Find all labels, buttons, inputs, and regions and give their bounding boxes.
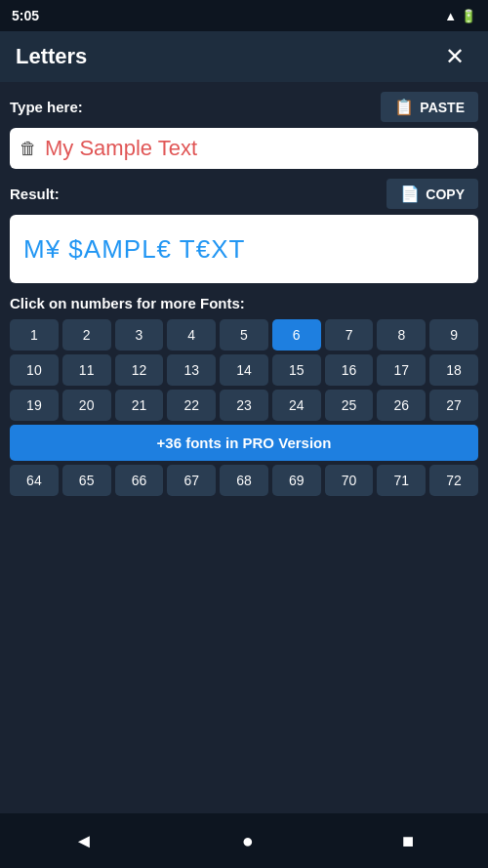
font-num-btn-17[interactable]: 17: [377, 354, 426, 386]
status-bar: 5:05 ▲ 🔋: [0, 0, 488, 31]
pro-banner[interactable]: +36 fonts in PRO Version: [10, 425, 478, 461]
font-num-btn-22[interactable]: 22: [167, 390, 216, 421]
font-num-btn-65[interactable]: 65: [62, 465, 111, 496]
text-input[interactable]: [45, 136, 468, 161]
font-num-btn-11[interactable]: 11: [62, 354, 111, 386]
font-num-btn-69[interactable]: 69: [272, 465, 321, 496]
close-button[interactable]: ✕: [437, 39, 472, 74]
font-num-btn-23[interactable]: 23: [220, 390, 268, 421]
font-row-3: 192021222324252627: [10, 390, 478, 421]
result-label: Result:: [10, 186, 60, 202]
font-num-btn-7[interactable]: 7: [325, 319, 374, 351]
font-num-btn-18[interactable]: 18: [429, 354, 478, 386]
font-num-btn-67[interactable]: 67: [167, 465, 216, 496]
type-section-header: Type here: 📋 PASTE: [10, 92, 478, 122]
font-num-btn-25[interactable]: 25: [325, 390, 374, 421]
font-num-btn-66[interactable]: 66: [115, 465, 164, 496]
result-box: M¥ $AMPL€ T€XT: [10, 215, 478, 283]
nav-bar: [0, 813, 488, 868]
status-icons: ▲ 🔋: [444, 9, 476, 23]
font-row-pro: 646566676869707172: [10, 465, 478, 496]
back-button[interactable]: [64, 820, 103, 862]
recent-button[interactable]: [392, 820, 424, 862]
page-title: Letters: [16, 44, 87, 69]
signal-icon: ▲: [444, 9, 457, 23]
font-num-btn-12[interactable]: 12: [115, 354, 164, 386]
font-num-btn-8[interactable]: 8: [377, 319, 426, 351]
font-row-2: 101112131415161718: [10, 354, 478, 386]
font-num-btn-19[interactable]: 19: [10, 390, 59, 421]
font-num-btn-15[interactable]: 15: [272, 354, 321, 386]
font-num-btn-5[interactable]: 5: [220, 319, 268, 351]
home-button[interactable]: [232, 820, 264, 862]
trash-icon[interactable]: 🗑: [20, 139, 37, 159]
font-num-btn-13[interactable]: 13: [167, 354, 216, 386]
font-num-btn-9[interactable]: 9: [429, 319, 478, 351]
font-num-btn-6[interactable]: 6: [272, 319, 321, 351]
font-num-btn-70[interactable]: 70: [325, 465, 374, 496]
font-num-btn-10[interactable]: 10: [10, 354, 59, 386]
font-num-btn-26[interactable]: 26: [377, 390, 426, 421]
main-content: Type here: 📋 PASTE 🗑 Result: 📄 COPY M¥ $…: [0, 82, 488, 510]
copy-icon: 📄: [400, 185, 420, 203]
font-row-1: 123456789: [10, 319, 478, 351]
font-num-btn-3[interactable]: 3: [115, 319, 164, 351]
input-row: 🗑: [10, 128, 478, 169]
copy-button[interactable]: 📄 COPY: [386, 179, 478, 209]
font-num-btn-68[interactable]: 68: [220, 465, 268, 496]
font-num-btn-24[interactable]: 24: [272, 390, 321, 421]
font-num-btn-14[interactable]: 14: [220, 354, 268, 386]
font-num-btn-4[interactable]: 4: [167, 319, 216, 351]
font-num-btn-20[interactable]: 20: [62, 390, 111, 421]
font-num-btn-1[interactable]: 1: [10, 319, 59, 351]
paste-icon: 📋: [394, 98, 414, 116]
font-num-btn-16[interactable]: 16: [325, 354, 374, 386]
font-num-btn-72[interactable]: 72: [429, 465, 478, 496]
font-num-btn-27[interactable]: 27: [429, 390, 478, 421]
status-time: 5:05: [12, 8, 39, 23]
title-bar: Letters ✕: [0, 31, 488, 82]
result-text: M¥ $AMPL€ T€XT: [23, 234, 245, 265]
font-num-btn-64[interactable]: 64: [10, 465, 59, 496]
font-num-btn-2[interactable]: 2: [62, 319, 111, 351]
battery-icon: 🔋: [461, 9, 476, 23]
result-section-header: Result: 📄 COPY: [10, 179, 478, 209]
font-num-btn-21[interactable]: 21: [115, 390, 164, 421]
paste-button[interactable]: 📋 PASTE: [381, 92, 478, 122]
font-selector-label: Click on numbers for more Fonts:: [10, 295, 478, 311]
type-label: Type here:: [10, 99, 83, 115]
font-num-btn-71[interactable]: 71: [377, 465, 426, 496]
